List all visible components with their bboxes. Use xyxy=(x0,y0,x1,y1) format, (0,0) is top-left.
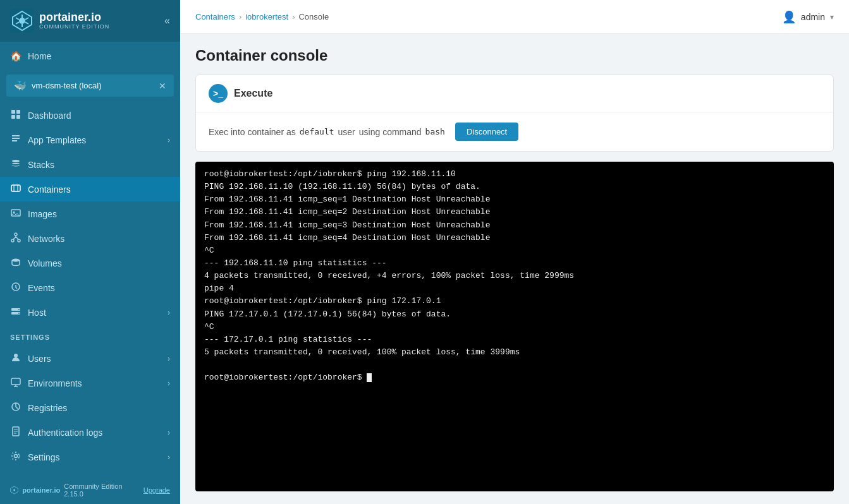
sidebar-item-stacks[interactable]: Stacks xyxy=(0,152,180,177)
sidebar-section-home: 🏠 Home xyxy=(0,42,180,71)
breadcrumb-iobrokertest[interactable]: iobrokertest xyxy=(245,12,288,21)
host-icon xyxy=(10,306,21,318)
sidebar-item-host-label: Host xyxy=(28,308,46,318)
collapse-sidebar-button[interactable]: « xyxy=(164,15,170,27)
execute-card-header: >_ Execute xyxy=(196,75,833,112)
sidebar-item-stacks-label: Stacks xyxy=(28,160,54,170)
sidebar: portainer.io COMMUNITY EDITION « 🏠 Home … xyxy=(0,0,180,504)
upgrade-link[interactable]: Upgrade xyxy=(144,486,170,494)
settings-section-label: Settings xyxy=(0,327,180,344)
users-icon xyxy=(10,352,21,364)
sidebar-item-registries[interactable]: Registries xyxy=(0,395,180,420)
page-title: Container console xyxy=(195,47,834,64)
footer-edition: Community Edition 2.15.0 xyxy=(64,483,140,498)
sidebar-item-users[interactable]: Users › xyxy=(0,346,180,371)
env-icon: 🐳 xyxy=(14,80,27,92)
sidebar-footer: portainer.io Community Edition 2.15.0 Up… xyxy=(0,476,180,504)
terminal-output: root@iobrokertest:/opt/iobroker$ ping 19… xyxy=(195,162,834,491)
svg-point-13 xyxy=(12,160,20,162)
sidebar-item-auth-logs[interactable]: Authentication logs › xyxy=(0,420,180,445)
sidebar-item-networks[interactable]: Networks xyxy=(0,226,180,251)
dashboard-icon xyxy=(10,109,21,121)
svg-point-30 xyxy=(15,455,18,458)
app-templates-chevron: › xyxy=(168,136,170,145)
registries-icon xyxy=(10,402,21,414)
sidebar-item-events[interactable]: Events xyxy=(0,275,180,300)
volumes-icon xyxy=(10,257,21,269)
user-avatar-icon: 👤 xyxy=(782,10,796,24)
execute-icon: >_ xyxy=(209,84,228,103)
svg-point-2 xyxy=(19,18,25,24)
environments-icon xyxy=(10,377,21,389)
containers-icon xyxy=(10,183,21,195)
breadcrumb-sep-1: › xyxy=(239,12,241,21)
user-menu-chevron[interactable]: ▾ xyxy=(830,13,834,21)
users-chevron: › xyxy=(168,354,170,363)
exec-prefix: Exec into container as xyxy=(209,127,296,137)
svg-point-17 xyxy=(15,233,17,236)
terminal-wrapper[interactable]: root@iobrokertest:/opt/iobroker$ ping 19… xyxy=(195,162,834,491)
host-chevron: › xyxy=(168,308,170,317)
sidebar-item-home-label: Home xyxy=(28,51,51,61)
svg-rect-12 xyxy=(16,115,20,119)
sidebar-item-volumes[interactable]: Volumes xyxy=(0,251,180,275)
logo-area: portainer.io COMMUNITY EDITION xyxy=(10,9,109,33)
topbar: Containers › iobrokertest › Console 👤 ad… xyxy=(180,0,849,34)
sidebar-item-settings[interactable]: Settings › xyxy=(0,445,180,469)
execute-title: Execute xyxy=(234,88,272,99)
logo-title: portainer.io xyxy=(39,11,109,24)
events-icon xyxy=(10,282,21,294)
sidebar-item-auth-logs-label: Authentication logs xyxy=(28,428,102,438)
exec-using-command: using command xyxy=(359,127,422,137)
breadcrumb-containers[interactable]: Containers xyxy=(195,12,235,21)
sidebar-item-settings-label: Settings xyxy=(28,452,60,462)
sidebar-item-networks-label: Networks xyxy=(28,234,64,244)
svg-rect-27 xyxy=(11,378,20,385)
svg-point-32 xyxy=(13,489,15,491)
sidebar-item-app-templates-label: App Templates xyxy=(28,135,86,145)
env-name: vm-dsm-test (local) xyxy=(32,81,154,90)
home-icon: 🏠 xyxy=(10,51,21,62)
env-selector[interactable]: 🐳 vm-dsm-test (local) ✕ xyxy=(6,75,174,97)
sidebar-nav: Dashboard App Templates › Stacks Contain… xyxy=(0,100,180,327)
topbar-right: 👤 admin ▾ xyxy=(782,10,834,24)
svg-point-19 xyxy=(18,239,20,242)
sidebar-item-dashboard-label: Dashboard xyxy=(28,111,71,121)
main-content: Containers › iobrokertest › Console 👤 ad… xyxy=(180,0,849,504)
images-icon xyxy=(10,208,21,220)
svg-rect-9 xyxy=(11,110,15,114)
execute-card: >_ Execute Exec into container as defaul… xyxy=(195,75,834,152)
sidebar-item-environments[interactable]: Environments › xyxy=(0,371,180,395)
settings-chevron: › xyxy=(168,453,170,462)
sidebar-item-images-label: Images xyxy=(28,209,57,219)
sidebar-item-volumes-label: Volumes xyxy=(28,258,62,268)
stacks-icon xyxy=(10,159,21,171)
svg-rect-14 xyxy=(11,185,20,191)
exec-user: default xyxy=(300,127,334,136)
sidebar-header: portainer.io COMMUNITY EDITION « xyxy=(0,0,180,42)
footer-logo-icon xyxy=(10,486,18,495)
app-templates-icon xyxy=(10,134,21,146)
sidebar-item-users-label: Users xyxy=(28,354,51,364)
page-content: Container console >_ Execute Exec into c… xyxy=(180,34,849,504)
sidebar-item-host[interactable]: Host › xyxy=(0,300,180,325)
sidebar-item-app-templates[interactable]: App Templates › xyxy=(0,128,180,152)
sidebar-item-events-label: Events xyxy=(28,283,55,293)
sidebar-item-dashboard[interactable]: Dashboard xyxy=(0,103,180,128)
logo-text-area: portainer.io COMMUNITY EDITION xyxy=(39,11,109,30)
footer-logo-text: portainer.io xyxy=(22,486,60,494)
sidebar-item-home[interactable]: 🏠 Home xyxy=(0,44,180,68)
disconnect-button[interactable]: Disconnect xyxy=(455,123,518,141)
svg-point-20 xyxy=(12,259,20,262)
svg-rect-10 xyxy=(16,110,20,114)
user-name: admin xyxy=(801,12,825,22)
sidebar-item-images[interactable]: Images xyxy=(0,201,180,226)
sidebar-item-containers[interactable]: Containers xyxy=(0,177,180,201)
settings-icon xyxy=(10,451,21,463)
sidebar-settings: Users › Environments › Registries Authen… xyxy=(0,344,180,472)
execute-card-body: Exec into container as default user usin… xyxy=(196,112,833,151)
sidebar-item-containers-label: Containers xyxy=(28,184,71,195)
breadcrumb-sep-2: › xyxy=(292,12,295,21)
env-close-button[interactable]: ✕ xyxy=(159,81,166,91)
svg-point-25 xyxy=(18,313,20,314)
